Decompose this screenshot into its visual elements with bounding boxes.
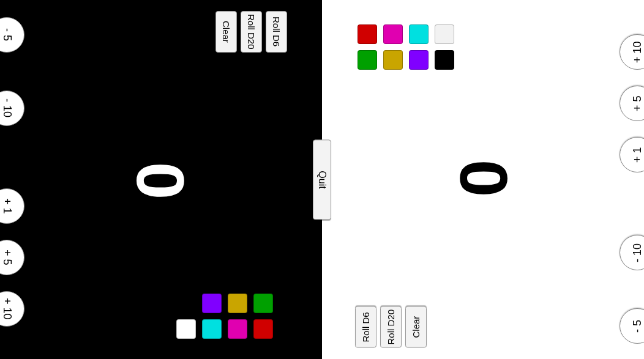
right-swatch-1[interactable] (383, 24, 403, 44)
right-swatch-3[interactable] (435, 24, 454, 44)
right-swatch-0[interactable] (358, 24, 377, 44)
right-roll-d6-button[interactable]: Roll D6 (355, 306, 376, 348)
left-swatch-3[interactable] (253, 294, 273, 313)
right-swatch-4[interactable] (358, 50, 377, 70)
left-roll-d20-button[interactable]: Roll D20 (241, 11, 262, 53)
right-roll-d20-button[interactable]: Roll D20 (380, 306, 402, 348)
left-color-palette (169, 286, 279, 345)
left-roll-d6-button[interactable]: Roll D6 (266, 11, 287, 53)
left-swatch-1[interactable] (202, 294, 222, 313)
left-swatch-4[interactable] (176, 319, 196, 339)
left-score: 0 (122, 162, 200, 197)
quit-button[interactable]: Quit (313, 139, 331, 220)
left-swatch-7[interactable] (253, 319, 273, 339)
right-swatch-6[interactable] (409, 50, 429, 70)
left-clear-button[interactable]: Clear (215, 11, 237, 53)
game-stage: 0 0 Quit - 5 - 10 + 1 + 5 + 10 Roll D6 R… (0, 0, 644, 359)
left-swatch-2[interactable] (228, 294, 247, 313)
left-swatch-6[interactable] (228, 319, 247, 339)
right-color-palette (350, 17, 460, 76)
right-swatch-2[interactable] (409, 24, 429, 44)
right-swatch-7[interactable] (435, 50, 454, 70)
right-swatch-5[interactable] (383, 50, 403, 70)
right-clear-button[interactable]: Clear (405, 306, 427, 348)
left-swatch-5[interactable] (202, 319, 222, 339)
left-swatch-0[interactable] (176, 294, 196, 313)
right-score: 0 (444, 162, 522, 197)
